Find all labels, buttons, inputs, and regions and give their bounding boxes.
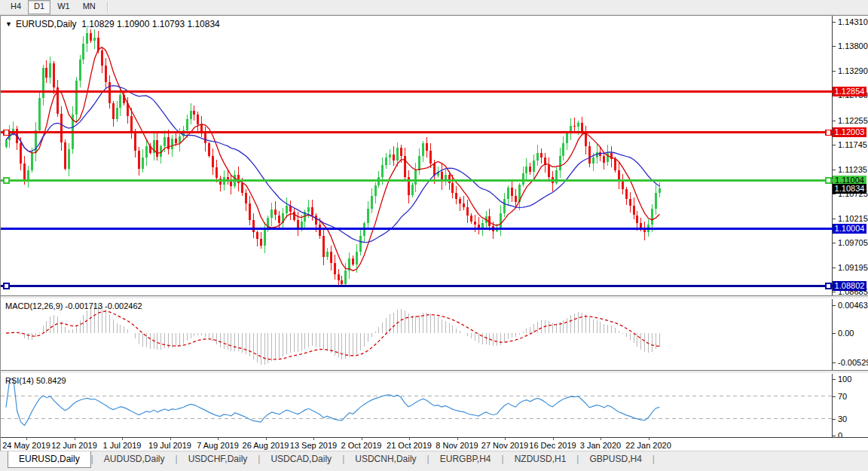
time-label: 3 Jan 2020 [580,441,621,450]
symbol-dropdown-icon[interactable]: ▼ [5,20,12,28]
chart-tab-eurgbp[interactable]: EURGBP,H4 [429,451,502,466]
rsi-tick: 100 [833,375,868,384]
mt4-window: H4D1W1MN ▼EURUSD,Daily 1.10829 1.10900 1… [0,0,868,471]
chart-frame: ▼EURUSD,Daily 1.10829 1.10900 1.10793 1.… [0,15,868,451]
time-label: 7 Aug 2019 [197,441,239,450]
time-label: 21 Oct 2019 [387,441,432,450]
macd-axis[interactable]: 0.004630.00-0.005299 [833,299,868,370]
price-tick: 1.11745 [833,140,868,149]
toolbar-separator [107,2,108,13]
main-chart-panel: ▼EURUSD,Daily 1.10829 1.10900 1.10793 1.… [1,16,868,295]
level-price-badge: 1.08802 [833,281,866,291]
tab-separator: | [653,451,655,466]
price-tick: 1.13290 [833,66,868,75]
time-label: 22 Jan 2020 [625,441,671,450]
rsi-tick: 30 [833,414,868,424]
time-tick [505,438,506,440]
chart-tab-eurusd[interactable]: EURUSD,Daily [8,451,91,468]
time-tick [75,438,75,440]
time-label: 19 Jul 2019 [148,441,191,450]
rsi-tick: 70 [833,392,868,401]
time-tick [553,438,554,440]
chart-tab-nzdusd[interactable]: NZDUSD,H1 [504,451,577,466]
rsi-chart [1,374,833,437]
price-tick: 1.14310 [833,17,868,26]
current-price-badge: 1.10834 [833,184,866,194]
price-tick: 1.09705 [833,238,868,247]
time-label: 2 Oct 2019 [341,441,382,450]
timeframe-button-mn[interactable]: MN [77,0,102,14]
time-tick [649,438,649,440]
time-tick [218,438,219,440]
price-chart-plot[interactable]: ▼EURUSD,Daily 1.10829 1.10900 1.10793 1.… [1,16,833,295]
price-axis[interactable]: 1.143101.138001.132901.127801.122551.117… [833,16,868,295]
level-price-badge: 1.10004 [833,224,866,234]
macd-title: MACD(12,26,9) -0.001713 -0.002462 [5,301,142,310]
time-tick [26,438,27,440]
price-tick: 1.12255 [833,116,868,125]
level-price-badge: 1.12854 [833,87,866,96]
rsi-title: RSI(14) 50.8429 [5,376,66,385]
rsi-plot[interactable]: RSI(14) 50.8429 [1,374,833,437]
macd-plot[interactable]: MACD(12,26,9) -0.001713 -0.002462 [1,299,833,370]
price-tick: 1.13800 [833,41,868,50]
candlestick-chart [1,16,833,295]
timeframe-button-w1[interactable]: W1 [51,0,76,14]
chart-tab-gbpusd[interactable]: GBPUSD,H4 [579,451,652,466]
macd-tick: -0.005299 [833,358,868,367]
time-label: 16 Dec 2019 [529,441,576,450]
time-tick [362,438,362,440]
chart-tab-audusd[interactable]: AUDUSD,Daily [93,451,176,466]
time-tick [601,438,601,440]
time-tick [409,438,410,440]
time-label: 1 Jul 2019 [103,441,142,450]
level-price-badge: 1.12003 [833,127,866,137]
rsi-panel: RSI(14) 50.8429 10070300 [1,374,868,437]
time-label: 26 Aug 2019 [243,441,289,450]
price-tick: 1.09195 [833,263,868,272]
time-tick [313,438,314,440]
time-label: 13 Sep 2019 [290,441,337,450]
macd-tick: 0.00 [833,329,868,338]
macd-panel: MACD(12,26,9) -0.001713 -0.002462 0.0046… [1,299,868,370]
chart-tab-usdcad[interactable]: USDCAD,Daily [260,451,342,466]
time-tick [170,438,171,440]
time-tick [122,438,123,440]
chart-ohlc-values: 1.10829 1.10900 1.10793 1.10834 [81,19,220,29]
chart-tab-usdchf[interactable]: USDCHF,Daily [178,451,258,466]
timeframe-button-d1[interactable]: D1 [28,0,50,14]
time-tick [266,438,267,440]
rsi-axis[interactable]: 10070300 [833,374,868,437]
price-tick: 1.10215 [833,214,868,223]
time-label: 24 May 2019 [2,441,50,450]
time-label: 8 Nov 2019 [436,441,478,450]
timeframe-toolbar: H4D1W1MN [0,0,868,15]
time-label: 12 Jun 2019 [51,441,97,450]
chart-symbol-label: EURUSD,Daily [16,19,77,29]
price-tick: 1.11235 [833,165,868,174]
chart-title: ▼EURUSD,Daily 1.10829 1.10900 1.10793 1.… [5,19,220,29]
chart-tab-usdcnh[interactable]: USDCNH,Daily [344,451,426,466]
time-tick [457,438,458,440]
time-label: 27 Nov 2019 [481,441,528,450]
chart-tabs-bar: EURUSD,Daily|AUDUSD,Daily|USDCHF,Daily|U… [0,451,868,471]
macd-tick: 0.00463 [833,301,868,310]
timeframe-button-h4[interactable]: H4 [5,0,27,14]
